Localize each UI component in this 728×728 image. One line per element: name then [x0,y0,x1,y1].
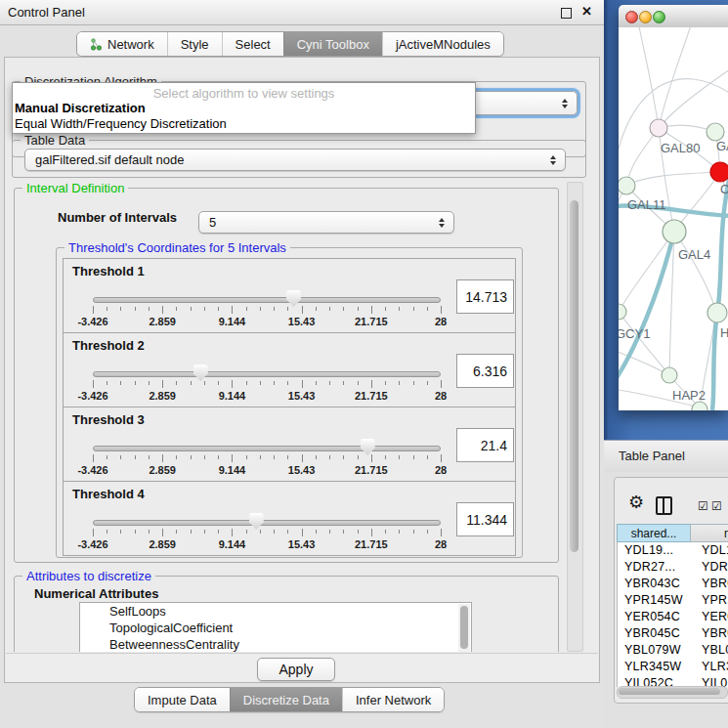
column-header[interactable]: name [690,524,728,542]
slider-track[interactable] [93,520,441,526]
table-cell[interactable]: YLR345W [618,659,692,675]
tab-cyni-toolbox[interactable]: Cyni Toolbox [283,32,382,56]
tick-mark [204,381,205,385]
threshold-slider[interactable]: -3.4262.8599.14415.4321.71528 [93,294,441,329]
network-node[interactable] [619,304,626,320]
tick-mark [93,529,94,536]
attribute-list-item[interactable]: BetweennessCentrality [80,636,471,652]
table-row[interactable]: YDL19...YDL19... [618,542,728,559]
close-traffic-light-icon[interactable] [625,11,638,23]
slider-thumb[interactable] [249,513,264,530]
scrollbar-thumb[interactable] [570,200,578,552]
number-of-intervals-combobox[interactable]: 5 [198,211,454,234]
zoom-traffic-light-icon[interactable] [653,11,665,23]
gear-icon[interactable]: ⚙ [628,493,644,511]
network-node[interactable] [662,367,677,383]
close-icon[interactable]: ✕ [581,5,592,19]
table-cell[interactable]: YBR045C [618,625,692,642]
slider-track[interactable] [93,446,441,451]
algorithm-option[interactable]: Manual Discretization [15,101,146,115]
slider-thumb[interactable] [193,364,208,381]
table-row[interactable]: YLR345WYLR345W [618,659,728,675]
tick-mark [302,380,303,388]
tick-mark [120,455,121,459]
slider-track[interactable] [93,297,441,303]
column-header[interactable]: shared... [617,524,691,542]
threshold-slider[interactable]: -3.4262.8599.14415.4321.71528 [93,368,441,404]
scrollbar-thumb[interactable] [619,688,720,695]
network-node[interactable] [710,162,728,182]
tab-style[interactable]: Style [167,32,222,56]
threshold-slider[interactable]: -3.4262.8599.14415.4321.71528 [93,517,441,552]
network-edge[interactable] [659,66,728,128]
table-row[interactable]: YBL079WYBL079W [618,642,728,659]
column-split-icon[interactable] [656,496,672,515]
popup-prompt: Select algorithm to view settings [13,86,475,101]
tick-mark [427,381,428,385]
scrollbar-thumb[interactable] [460,606,468,649]
threshold-value-field[interactable]: 6.316 [456,354,514,388]
network-edge[interactable] [638,27,659,128]
table-cell[interactable]: YBR043C [618,576,692,592]
table-cell[interactable]: YDR27... [618,559,692,576]
network-node[interactable] [707,303,727,322]
table-data-combobox[interactable]: galFiltered.sif default node [24,149,566,171]
apply-button[interactable]: Apply [257,658,335,681]
network-edge[interactable] [674,232,716,311]
tick-label: 15.43 [288,464,316,476]
table-cell[interactable]: YPR145W [692,592,728,609]
float-window-icon[interactable] [561,8,572,19]
tab-network[interactable]: Network [77,32,167,56]
attribute-list-item[interactable]: TopologicalCoefficient [80,620,471,636]
slider-thumb[interactable] [286,290,301,307]
threshold-slider[interactable]: -3.4262.8599.14415.4321.71528 [93,443,441,478]
slider-track[interactable] [93,371,441,377]
network-edge[interactable] [619,232,674,312]
table-cell[interactable]: YDL19... [618,542,692,559]
algorithm-option[interactable]: Equal Width/Frequency Discretization [15,116,227,131]
network-canvas[interactable]: GAL80GACGAL11GAL4GCY1HHAP2 [619,27,728,410]
table-cell[interactable]: YER054C [618,609,692,625]
tab-infer-network[interactable]: Infer Network [342,688,444,711]
attributes-list-scrollbar[interactable] [458,604,470,652]
slider-thumb[interactable] [361,439,375,455]
threshold-value-field[interactable]: 21.4 [456,428,514,462]
table-data-group: Table Data galFiltered.sif default node [12,140,586,178]
table-horizontal-scrollbar[interactable] [617,686,728,699]
table-row[interactable]: YDR27...YDR27... [618,559,728,576]
checkbox-checked-icon[interactable]: ☑ [711,499,722,513]
network-node[interactable] [619,177,635,194]
table-row[interactable]: YBR045CYBR045C [618,625,728,642]
table-cell[interactable]: YER054C [692,609,728,625]
table-row[interactable]: YER054CYER054C [618,609,728,625]
tick-mark [343,381,344,385]
network-edge-highlighted[interactable] [712,159,728,410]
tab-discretize-data[interactable]: Discretize Data [230,688,342,711]
network-node[interactable] [663,220,686,243]
table-row[interactable]: YBR043CYBR043C [618,576,728,592]
table-cell[interactable]: YPR145W [618,592,692,609]
attribute-list-item[interactable]: SelfLoops [80,603,471,620]
table-cell[interactable]: YDR27... [692,559,728,576]
minimize-traffic-light-icon[interactable] [639,11,652,23]
table-cell[interactable]: YBR045C [692,625,728,642]
network-node[interactable] [650,119,667,137]
table-cell[interactable]: YBR043C [692,576,728,592]
table-cell[interactable]: YDL19... [692,542,728,559]
network-node[interactable] [692,402,707,410]
settings-vertical-scrollbar[interactable] [567,182,583,652]
table-cell[interactable]: YBL079W [618,642,692,659]
tab-jactivemnodules[interactable]: jActiveMNodules [382,32,503,56]
table-header-row: shared...name [617,524,728,542]
threshold-value-field[interactable]: 11.344 [456,502,514,536]
table-row[interactable]: YPR145WYPR145W [618,592,728,609]
network-edge[interactable] [626,172,720,186]
numerical-attributes-list[interactable]: SelfLoopsTopologicalCoefficientBetweenne… [79,602,472,652]
network-edge[interactable] [659,27,692,128]
tab-impute-data[interactable]: Impute Data [135,688,230,711]
table-cell[interactable]: YBL079W [692,642,728,659]
threshold-value-field[interactable]: 14.713 [456,279,514,314]
tab-select[interactable]: Select [222,32,283,56]
checkbox-checked-icon[interactable]: ☑ [698,499,708,513]
table-cell[interactable]: YLR345W [692,659,728,675]
